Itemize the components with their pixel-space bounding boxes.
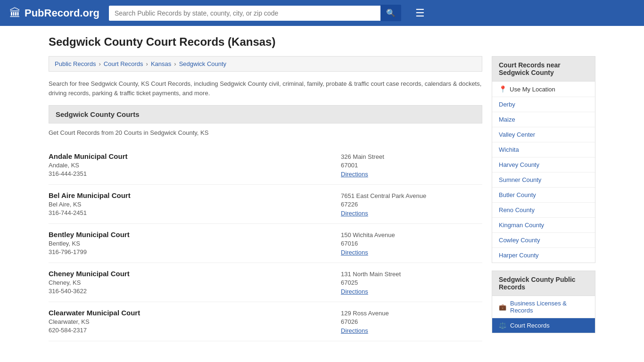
- public-records-section-title: Sedgwick County Public Records: [492, 271, 595, 296]
- sidebar-nearby-item[interactable]: Cowley County: [492, 233, 595, 248]
- sidebar-nearby-link[interactable]: Harvey County: [499, 161, 539, 168]
- court-address: 150 Wichita Avenue: [341, 231, 482, 239]
- nearby-section-title: Court Records near Sedgwick County: [492, 56, 595, 82]
- breadcrumb-sedgwick-county[interactable]: Sedgwick County: [179, 60, 226, 67]
- section-subtext: Get Court Records from 20 Courts in Sedg…: [49, 127, 482, 138]
- menu-button[interactable]: ☰: [415, 7, 425, 19]
- directions-link[interactable]: Directions: [341, 210, 368, 217]
- court-list: Andale Municipal Court Andale, KS 316-44…: [49, 146, 482, 341]
- sidebar-nearby-item[interactable]: Kingman County: [492, 218, 595, 233]
- main-container: Sedgwick County Court Records (Kansas) P…: [39, 26, 605, 351]
- search-icon: 🔍: [386, 9, 396, 17]
- sidebar-record-label: Business Licenses & Records: [510, 300, 588, 314]
- court-phone: 316-796-1799: [49, 248, 331, 255]
- nearby-list: 📍 Use My Location DerbyMaizeValley Cente…: [492, 82, 595, 263]
- court-entry: Clearwater Municipal Court Clearwater, K…: [49, 302, 482, 341]
- sidebar-nearby-link[interactable]: Kingman County: [499, 222, 544, 229]
- court-right: 150 Wichita Avenue 67016 Directions: [341, 230, 482, 256]
- sidebar-nearby-link[interactable]: Wichita: [499, 146, 519, 153]
- sidebar-nearby-link[interactable]: Derby: [499, 101, 515, 108]
- court-city: Andale, KS: [49, 162, 331, 169]
- court-entry: Andale Municipal Court Andale, KS 316-44…: [49, 146, 482, 185]
- sidebar-nearby-link[interactable]: Cowley County: [499, 237, 540, 244]
- court-city: Bentley, KS: [49, 240, 331, 247]
- sidebar-nearby-link[interactable]: Sumner County: [499, 176, 541, 183]
- sidebar-nearby-link[interactable]: Maize: [499, 116, 515, 123]
- court-name: Andale Municipal Court: [49, 152, 331, 160]
- court-name: Bel Aire Municipal Court: [49, 191, 331, 199]
- location-pin-icon: 📍: [499, 85, 507, 93]
- court-name: Cheney Municipal Court: [49, 270, 331, 278]
- page-title: Sedgwick County Court Records (Kansas): [49, 35, 595, 49]
- page-description: Search for free Sedgwick County, KS Cour…: [49, 79, 482, 98]
- sidebar-nearby-item[interactable]: Sumner County: [492, 173, 595, 188]
- menu-icon: ☰: [415, 7, 425, 19]
- court-left: Bentley Municipal Court Bentley, KS 316-…: [49, 230, 331, 256]
- court-left: Clearwater Municipal Court Clearwater, K…: [49, 309, 331, 334]
- court-phone: 620-584-2317: [49, 327, 331, 334]
- court-zip: 67026: [341, 318, 482, 325]
- court-city: Cheney, KS: [49, 279, 331, 286]
- court-entry: Cheney Municipal Court Cheney, KS 316-54…: [49, 263, 482, 302]
- court-name: Clearwater Municipal Court: [49, 309, 331, 317]
- court-left: Andale Municipal Court Andale, KS 316-44…: [49, 152, 331, 178]
- use-my-location-label: Use My Location: [510, 86, 555, 93]
- breadcrumb-court-records[interactable]: Court Records: [104, 60, 143, 67]
- court-left: Bel Aire Municipal Court Bel Aire, KS 31…: [49, 191, 331, 217]
- sidebar-nearby-item[interactable]: Reno County: [492, 203, 595, 218]
- court-entry: Bel Aire Municipal Court Bel Aire, KS 31…: [49, 185, 482, 224]
- sidebar-nearby-item[interactable]: Butler County: [492, 188, 595, 203]
- use-my-location[interactable]: 📍 Use My Location: [492, 82, 595, 97]
- court-zip: 67025: [341, 279, 482, 286]
- court-zip: 67001: [341, 162, 482, 169]
- site-header: 🏛 PubRecord.org 🔍 ☰: [0, 0, 644, 26]
- sidebar-nearby-item[interactable]: Harper County: [492, 248, 595, 263]
- court-phone: 316-744-2451: [49, 209, 331, 216]
- court-zip: 67226: [341, 201, 482, 208]
- sidebar-nearby-item[interactable]: Wichita: [492, 142, 595, 157]
- search-button[interactable]: 🔍: [380, 5, 401, 21]
- sidebar-record-label: Court Records: [510, 322, 550, 329]
- court-zip: 67016: [341, 240, 482, 247]
- logo-icon: 🏛: [9, 7, 21, 20]
- directions-link[interactable]: Directions: [341, 249, 368, 256]
- breadcrumb-sep-1: ›: [99, 60, 100, 67]
- directions-link[interactable]: Directions: [341, 327, 368, 334]
- breadcrumb-sep-3: ›: [174, 60, 176, 67]
- sidebar-nearby-link[interactable]: Harper County: [499, 252, 539, 259]
- logo-text: PubRecord.org: [25, 7, 99, 19]
- court-right: 7651 East Central Park Avenue 67226 Dire…: [341, 191, 482, 217]
- directions-link[interactable]: Directions: [341, 171, 368, 178]
- court-right: 129 Ross Avenue 67026 Directions: [341, 309, 482, 334]
- breadcrumb-kansas[interactable]: Kansas: [151, 60, 171, 67]
- section-header: Sedgwick County Courts: [49, 105, 482, 123]
- sidebar-nearby-item[interactable]: Harvey County: [492, 157, 595, 173]
- sidebar-nearby-link[interactable]: Butler County: [499, 191, 536, 198]
- sidebar-nearby-item[interactable]: Valley Center: [492, 127, 595, 142]
- directions-link[interactable]: Directions: [341, 288, 368, 295]
- sidebar-record-icon: 💼: [499, 304, 506, 311]
- sidebar-nearby-link[interactable]: Valley Center: [499, 131, 535, 138]
- search-input[interactable]: [109, 6, 380, 21]
- court-entry: Bentley Municipal Court Bentley, KS 316-…: [49, 224, 482, 263]
- court-right: 131 North Main Street 67025 Directions: [341, 270, 482, 295]
- search-bar: 🔍: [109, 5, 401, 21]
- sidebar-public-records-item[interactable]: ⚖️ Court Records: [492, 318, 595, 333]
- court-address: 326 Main Street: [341, 153, 482, 160]
- court-name: Bentley Municipal Court: [49, 230, 331, 239]
- court-city: Bel Aire, KS: [49, 201, 331, 208]
- sidebar-nearby-item[interactable]: Maize: [492, 112, 595, 127]
- court-address: 7651 East Central Park Avenue: [341, 192, 482, 199]
- sidebar-nearby-item[interactable]: Derby: [492, 97, 595, 112]
- court-phone: 316-540-3622: [49, 288, 331, 295]
- breadcrumb: Public Records › Court Records › Kansas …: [49, 56, 482, 72]
- court-address: 131 North Main Street: [341, 271, 482, 278]
- court-left: Cheney Municipal Court Cheney, KS 316-54…: [49, 270, 331, 295]
- breadcrumb-public-records[interactable]: Public Records: [55, 60, 96, 67]
- logo-link[interactable]: 🏛 PubRecord.org: [9, 7, 99, 20]
- court-address: 129 Ross Avenue: [341, 310, 482, 317]
- sidebar-public-records-item[interactable]: 💼 Business Licenses & Records: [492, 296, 595, 318]
- sidebar-record-icon: ⚖️: [499, 322, 506, 329]
- sidebar-nearby-link[interactable]: Reno County: [499, 206, 535, 214]
- court-city: Clearwater, KS: [49, 318, 331, 325]
